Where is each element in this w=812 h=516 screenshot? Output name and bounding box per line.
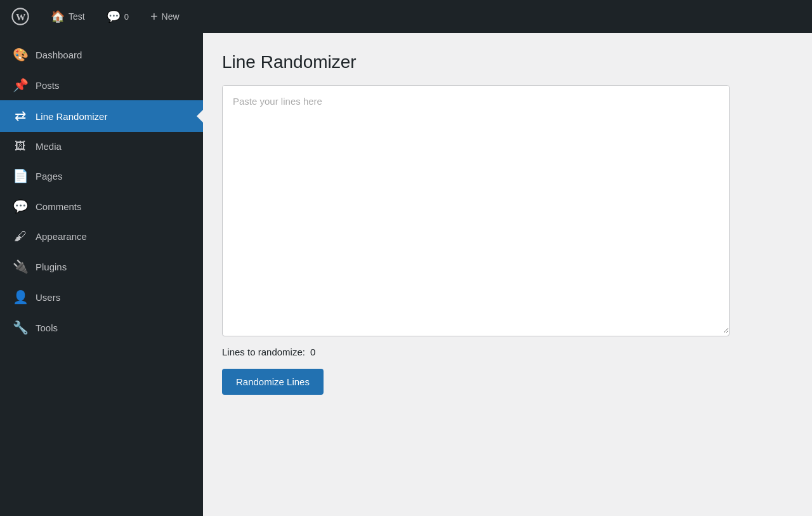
wp-logo-icon: W (11, 8, 29, 25)
plugins-icon: 🔌 (13, 259, 28, 274)
sidebar-item-label: Plugins (36, 261, 67, 272)
sidebar-item-label: Dashboard (36, 50, 82, 60)
svg-text:W: W (16, 11, 26, 22)
sidebar-item-line-randomizer[interactable]: ⇄ Line Randomizer (0, 100, 203, 132)
pages-icon: 📄 (13, 168, 28, 183)
wp-logo-button[interactable]: W (6, 0, 34, 33)
lines-count-text: Lines to randomize: 0 (222, 347, 793, 357)
new-content-button[interactable]: + New (145, 0, 185, 33)
page-title: Line Randomizer (222, 52, 793, 72)
sidebar-item-label: Tools (36, 322, 58, 333)
comment-count: 0 (124, 12, 129, 22)
home-icon: 🏠 (51, 10, 65, 23)
posts-icon: 📌 (13, 77, 28, 93)
sidebar-item-appearance[interactable]: 🖌 Appearance (0, 222, 203, 251)
new-label: New (162, 11, 180, 22)
sidebar-item-tools[interactable]: 🔧 Tools (0, 312, 203, 343)
sidebar-item-posts[interactable]: 📌 Posts (0, 70, 203, 100)
sidebar-item-label: Posts (36, 80, 60, 91)
sidebar: 🎨 Dashboard 📌 Posts ⇄ Line Randomizer 🖼 … (0, 33, 203, 516)
lines-count-label: Lines to randomize: (222, 347, 305, 357)
sidebar-item-label: Appearance (36, 231, 87, 242)
tools-icon: 🔧 (13, 320, 28, 335)
textarea-wrapper (222, 85, 730, 336)
randomize-button[interactable]: Randomize Lines (222, 369, 324, 395)
content-area: Line Randomizer Lines to randomize: 0 Ra… (203, 33, 812, 516)
sidebar-item-label: Media (36, 141, 62, 152)
lines-count-value: 0 (310, 347, 315, 357)
sidebar-item-media[interactable]: 🖼 Media (0, 132, 203, 161)
sidebar-item-label: Users (36, 292, 60, 303)
sidebar-item-label: Line Randomizer (36, 111, 107, 122)
main-layout: 🎨 Dashboard 📌 Posts ⇄ Line Randomizer 🖼 … (0, 33, 812, 516)
appearance-icon: 🖌 (13, 229, 28, 244)
dashboard-icon: 🎨 (13, 47, 28, 62)
comments-icon: 💬 (13, 199, 28, 214)
sidebar-item-dashboard[interactable]: 🎨 Dashboard (0, 39, 203, 70)
sidebar-item-plugins[interactable]: 🔌 Plugins (0, 251, 203, 282)
users-icon: 👤 (13, 289, 28, 305)
sidebar-item-label: Comments (36, 201, 82, 212)
site-name-button[interactable]: 🏠 Test (46, 0, 90, 33)
admin-bar: W 🏠 Test 💬 0 + New (0, 0, 812, 33)
comment-icon: 💬 (107, 10, 121, 23)
site-name-label: Test (69, 11, 85, 22)
sidebar-item-comments[interactable]: 💬 Comments (0, 191, 203, 222)
comments-button[interactable]: 💬 0 (102, 0, 134, 33)
media-icon: 🖼 (13, 140, 28, 153)
plus-icon: + (150, 10, 158, 24)
sidebar-item-users[interactable]: 👤 Users (0, 282, 203, 312)
sidebar-item-label: Pages (36, 171, 63, 182)
shuffle-icon: ⇄ (13, 108, 28, 124)
sidebar-item-pages[interactable]: 📄 Pages (0, 161, 203, 191)
lines-input[interactable] (223, 86, 729, 333)
